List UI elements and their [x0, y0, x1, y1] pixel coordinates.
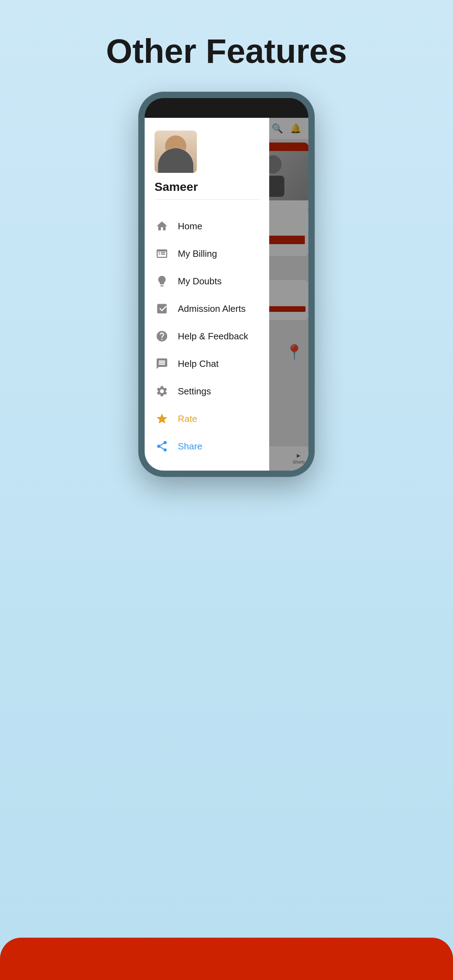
billing-icon-svg: [156, 247, 168, 260]
feedback-icon-svg: [156, 330, 168, 342]
menu-item-settings[interactable]: Settings: [145, 377, 269, 405]
drawer-menu: Home My Billing: [145, 210, 269, 471]
navigation-drawer: Sameer Home: [145, 118, 269, 471]
phone-notch-area: [145, 98, 308, 118]
share-icon-svg: [156, 440, 168, 453]
admission-icon-svg: [156, 302, 168, 315]
rate-icon: [154, 411, 169, 426]
menu-label-share: Share: [178, 441, 202, 452]
menu-label-settings: Settings: [178, 386, 211, 397]
billing-icon: [154, 246, 169, 261]
avatar-image: [154, 130, 197, 173]
avatar: [154, 130, 197, 173]
phone-frame: 🔍 🔔 tics NITs.. IPSET-2017): [138, 92, 315, 477]
menu-item-billing[interactable]: My Billing: [145, 240, 269, 267]
page-title: Other Features: [106, 32, 347, 70]
menu-item-doubts[interactable]: My Doubts: [145, 267, 269, 295]
star-icon-svg: [156, 412, 168, 425]
doubts-icon: [154, 274, 169, 289]
phone-screen: 🔍 🔔 tics NITs.. IPSET-2017): [145, 118, 308, 471]
red-accent: [0, 938, 453, 980]
menu-label-helpchat: Help Chat: [178, 358, 219, 369]
home-icon: [154, 219, 169, 234]
menu-item-admission[interactable]: Admission Alerts: [145, 295, 269, 323]
admission-icon: [154, 301, 169, 316]
menu-label-rate: Rate: [178, 414, 197, 425]
helpchat-icon-svg: [156, 357, 168, 370]
menu-label-home: Home: [178, 221, 202, 232]
home-icon-svg: [156, 220, 168, 232]
feedback-icon: [154, 329, 169, 344]
menu-item-share[interactable]: Share: [145, 433, 269, 460]
share-icon: [154, 439, 169, 453]
phone-notch: [203, 98, 250, 109]
profile-divider: [154, 199, 259, 200]
menu-item-feedback[interactable]: Help & Feedback: [145, 323, 269, 350]
menu-label-feedback: Help & Feedback: [178, 331, 248, 342]
user-name: Sameer: [154, 180, 198, 194]
menu-item-home[interactable]: Home: [145, 212, 269, 240]
settings-icon-svg: [156, 385, 168, 398]
settings-icon: [154, 384, 169, 399]
avatar-body: [158, 148, 193, 173]
menu-label-admission: Admission Alerts: [178, 303, 246, 314]
menu-label-billing: My Billing: [178, 248, 217, 259]
helpchat-icon: [154, 356, 169, 371]
menu-label-doubts: My Doubts: [178, 276, 222, 287]
drawer-profile: Sameer: [145, 118, 269, 210]
menu-item-rate[interactable]: Rate: [145, 405, 269, 433]
menu-item-helpchat[interactable]: Help Chat: [145, 350, 269, 377]
doubts-icon-svg: [156, 275, 168, 288]
